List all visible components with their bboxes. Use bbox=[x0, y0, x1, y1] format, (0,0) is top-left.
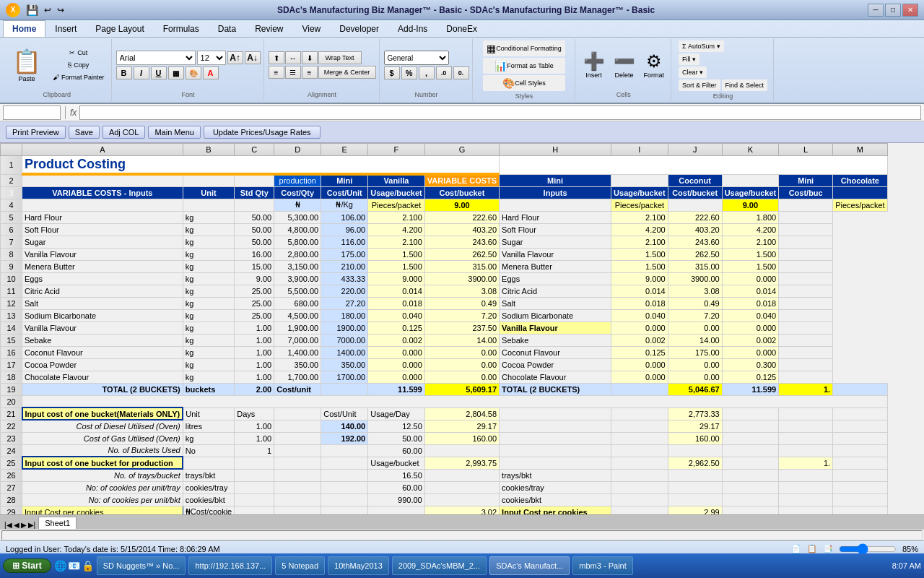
scrollbar-horizontal[interactable] bbox=[0, 529, 924, 540]
font-size-select[interactable]: 12 bbox=[197, 51, 226, 65]
paste-button[interactable]: 📋Paste bbox=[6, 44, 48, 86]
sheet-toolbar: Print Preview Save Adj COL Main Menu Upd… bbox=[0, 121, 924, 143]
maximize-button[interactable]: □ bbox=[885, 4, 901, 17]
align-top-button[interactable]: ⬆ bbox=[269, 51, 284, 64]
sort-filter-button[interactable]: Sort & Filter bbox=[679, 79, 720, 91]
view-layout-icon[interactable]: 📋 bbox=[807, 544, 817, 553]
print-preview-button[interactable]: Print Preview bbox=[6, 126, 66, 139]
tab-insert[interactable]: Insert bbox=[45, 20, 86, 37]
taskbar-icon-1[interactable]: 🌐 bbox=[54, 560, 66, 571]
copy-button[interactable]: ⎘Copy bbox=[49, 59, 108, 71]
clear-button[interactable]: Clear ▾ bbox=[679, 66, 707, 78]
editing-items: Σ AutoSum ▾ Fill ▾ Clear ▾ Sort & Filter… bbox=[679, 40, 767, 91]
font-color-button[interactable]: A bbox=[203, 66, 219, 79]
main-menu-button[interactable]: Main Menu bbox=[148, 126, 200, 139]
name-box[interactable] bbox=[3, 105, 61, 120]
delete-button[interactable]: ➖Delete bbox=[610, 49, 639, 81]
taskbar-item-sd-nuggets[interactable]: SD Nuggets™ » No... bbox=[97, 556, 186, 575]
adj-col-button[interactable]: Adj COL bbox=[103, 126, 146, 139]
taskbar-icon-3[interactable]: 🔒 bbox=[82, 560, 94, 571]
comma-button[interactable]: , bbox=[419, 66, 435, 79]
cut-button[interactable]: ✂Cut bbox=[49, 47, 108, 59]
tab-developer[interactable]: Developer bbox=[330, 20, 388, 37]
insert-button[interactable]: ➕Insert bbox=[580, 49, 609, 81]
input-cost-label: Input cost of one bucket(Materials ONLY) bbox=[22, 407, 183, 420]
tab-review[interactable]: Review bbox=[245, 20, 292, 37]
tab-doneex[interactable]: DoneEx bbox=[437, 20, 487, 37]
sheet-tab-main[interactable]: Sheet1 bbox=[38, 517, 77, 529]
sheet-nav-last[interactable]: ▶| bbox=[28, 521, 36, 529]
tab-page-layout[interactable]: Page Layout bbox=[86, 20, 153, 37]
underline-button[interactable]: U bbox=[151, 66, 167, 79]
header-inputs-2: Inputs bbox=[500, 186, 611, 199]
taskbar-item-sdac-manufact[interactable]: SDAc's Manufact... bbox=[489, 556, 570, 575]
cell-styles-button[interactable]: 🎨 Cell Styles bbox=[483, 75, 565, 91]
scrollbar-thumb[interactable] bbox=[1, 530, 923, 540]
taskbar-time: 8:07 AM bbox=[892, 561, 921, 570]
quick-access-redo[interactable]: ↪ bbox=[57, 5, 64, 15]
tab-view[interactable]: View bbox=[292, 20, 330, 37]
styles-icon: 🎨 bbox=[502, 77, 515, 89]
align-left-button[interactable]: ≡ bbox=[269, 66, 284, 79]
taskbar-item-2009[interactable]: 2009_SDAc'sMBM_2... bbox=[392, 556, 487, 575]
formula-input[interactable] bbox=[79, 105, 921, 120]
col-J: J bbox=[668, 144, 722, 156]
row-1-header: 1 bbox=[1, 156, 22, 175]
taskbar-item-notepad[interactable]: 5 Notepad bbox=[275, 556, 325, 575]
format-painter-button[interactable]: 🖌Format Painter bbox=[49, 72, 108, 83]
update-prices-button[interactable]: Update Prices/Usage Rates bbox=[204, 126, 321, 139]
find-select-button[interactable]: Find & Select bbox=[722, 79, 768, 91]
conditional-formatting-button[interactable]: ▦ Conditional Formatting bbox=[483, 40, 565, 56]
autosum-button[interactable]: Σ AutoSum ▾ bbox=[679, 40, 724, 52]
format-button[interactable]: ⚙Format bbox=[640, 49, 668, 81]
group-cells: ➕Insert ➖Delete ⚙Format Cells bbox=[577, 39, 672, 101]
taskbar-icon-2[interactable]: 📧 bbox=[68, 560, 80, 571]
cell-2k bbox=[722, 174, 779, 186]
minimize-button[interactable]: ─ bbox=[868, 4, 884, 17]
input-cost-cookies-label: Input Cost per cookies bbox=[22, 506, 183, 514]
align-right-button[interactable]: ≡ bbox=[302, 66, 318, 79]
quick-access-undo[interactable]: ↩ bbox=[44, 5, 51, 15]
quick-access-save[interactable]: 💾 bbox=[26, 4, 38, 16]
cell-variable-costs-header: VARIABLE COSTS bbox=[424, 174, 499, 186]
view-pagebreak-icon[interactable]: 📑 bbox=[823, 544, 833, 553]
start-button[interactable]: ⊞ Start bbox=[3, 558, 51, 573]
align-bottom-button[interactable]: ⬇ bbox=[302, 51, 318, 64]
decrease-decimal-button[interactable]: 0. bbox=[453, 66, 469, 79]
number-format-select[interactable]: General bbox=[384, 51, 449, 65]
italic-button[interactable]: I bbox=[134, 66, 149, 79]
row-3: 3 VARIABLE COSTS - Inputs Unit Std Qty C… bbox=[1, 186, 888, 199]
fill-button[interactable]: Fill ▾ bbox=[679, 53, 699, 65]
app-icon: X bbox=[6, 3, 20, 17]
sheet-nav-prev[interactable]: ◀ bbox=[14, 521, 19, 529]
taskbar-item-mbm3-paint[interactable]: mbm3 - Paint bbox=[572, 556, 632, 575]
wrap-text-button[interactable]: Wrap Text bbox=[318, 51, 362, 64]
decrease-font-button[interactable]: A↓ bbox=[245, 51, 261, 64]
align-middle-button[interactable]: ↔ bbox=[285, 51, 301, 64]
sheet-nav-next[interactable]: ▶ bbox=[21, 521, 27, 529]
tab-formulas[interactable]: Formulas bbox=[154, 20, 209, 37]
tab-home[interactable]: Home bbox=[3, 20, 45, 37]
taskbar-item-10thmay[interactable]: 10thMay2013 bbox=[328, 556, 389, 575]
increase-decimal-button[interactable]: .0 bbox=[436, 66, 452, 79]
taskbar-item-browser[interactable]: http://192.168.137... bbox=[188, 556, 272, 575]
close-button[interactable]: ✕ bbox=[902, 4, 918, 17]
sheet-nav-first[interactable]: |◀ bbox=[4, 521, 12, 529]
col-I: I bbox=[611, 144, 668, 156]
percent-button[interactable]: % bbox=[401, 66, 417, 79]
col-D: D bbox=[274, 144, 321, 156]
format-as-table-button[interactable]: 📊 Format as Table bbox=[483, 58, 565, 74]
currency-button[interactable]: $ bbox=[384, 66, 400, 79]
border-button[interactable]: ▦ bbox=[168, 66, 184, 79]
window-controls: ─ □ ✕ bbox=[868, 4, 918, 17]
increase-font-button[interactable]: A↑ bbox=[227, 51, 243, 64]
bold-button[interactable]: B bbox=[116, 66, 132, 79]
save-button[interactable]: Save bbox=[69, 126, 100, 139]
tab-data[interactable]: Data bbox=[209, 20, 245, 37]
fill-color-button[interactable]: 🎨 bbox=[186, 66, 201, 79]
font-name-select[interactable]: Arial bbox=[116, 51, 196, 65]
align-center-button[interactable]: ☰ bbox=[285, 66, 301, 79]
tab-add-ins[interactable]: Add-Ins bbox=[388, 20, 437, 37]
merge-center-button[interactable]: Merge & Center bbox=[318, 66, 376, 79]
view-normal-icon[interactable]: 📄 bbox=[791, 544, 801, 553]
